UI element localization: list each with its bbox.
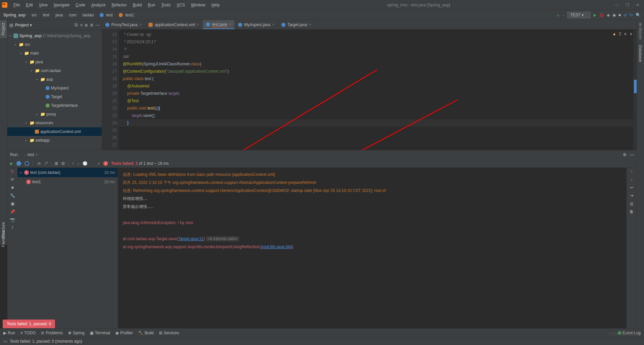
menu-run[interactable]: Run (145, 2, 158, 8)
menu-tools[interactable]: Tools (159, 2, 173, 8)
clear-icon[interactable]: 🗑 (630, 209, 634, 214)
soft-wrap-icon[interactable]: ↩ (630, 185, 633, 190)
tree-row[interactable]: ▾Spring_aop C:\Idea\Spring\Spring_aop (7, 31, 102, 40)
settings-icon[interactable]: ⚙ (90, 23, 94, 27)
stop-icon[interactable]: ■ (11, 185, 13, 190)
editor[interactable]: 12131415161718192021222324252627 * Creat… (102, 29, 637, 150)
collapse-all-icon[interactable]: ≣ (85, 23, 88, 27)
build-icon[interactable]: ↘ (556, 13, 559, 17)
editor-tab[interactable]: MyAspect.java× (235, 20, 278, 29)
tree-row[interactable]: ▾📁aop (7, 75, 102, 84)
menu-build[interactable]: Build (130, 2, 145, 8)
tree-row[interactable]: ▾📁java (7, 58, 102, 66)
tree-row[interactable]: MyAspect (7, 84, 102, 92)
maven-tool-tab[interactable]: m Maven (637, 20, 644, 42)
menu-vcs[interactable]: VCS (174, 2, 188, 8)
editor-tab[interactable]: applicationContext.xml× (145, 20, 203, 29)
show-ignored-icon[interactable] (24, 161, 29, 166)
bottom-tool-todo[interactable]: ≡TODO (20, 331, 36, 335)
collapse-icon[interactable]: ⊟ (61, 161, 65, 166)
tree-row[interactable]: ▾📁src (7, 40, 102, 49)
database-tool-tab[interactable]: Database (637, 42, 644, 65)
menu-analyze[interactable]: Analyze (89, 2, 108, 8)
menu-view[interactable]: View (36, 2, 50, 8)
menu-edit[interactable]: Edit (23, 2, 36, 8)
stop-icon[interactable]: ■ (619, 13, 621, 17)
close-icon[interactable]: ✕ (636, 3, 639, 7)
scroll-to-end-icon[interactable]: ⇥ (630, 193, 633, 198)
rerun-failed-icon[interactable]: ↻ (11, 169, 14, 174)
close-tab-icon[interactable]: × (272, 23, 274, 26)
tree-row[interactable]: ▾📁com.taotao (7, 66, 102, 75)
minimize-icon[interactable]: — (615, 3, 619, 7)
test-tree[interactable]: ▾! test (com.taotao)18 ms! test118 ms (17, 168, 118, 328)
breadcrumb-item[interactable]: taotao (83, 13, 94, 17)
tree-row[interactable]: applicationContext.xml (7, 127, 102, 136)
breadcrumb-item[interactable]: Spring_aop (3, 13, 25, 17)
export-icon[interactable]: ⤴ (11, 225, 13, 230)
hide-icon[interactable]: — (96, 23, 100, 27)
expand-all-icon[interactable]: ≡ (80, 23, 83, 27)
rerun-icon[interactable]: ▶ (10, 161, 13, 166)
breadcrumb-item[interactable]: com (69, 13, 76, 17)
status-icon[interactable]: ▭ (3, 339, 7, 344)
scroll-down-icon[interactable]: ↓ (631, 177, 633, 182)
bottom-tool-problems[interactable]: ⊘Problems (41, 331, 63, 335)
run-config-select[interactable]: TEST ▾ (567, 12, 591, 18)
menu-help[interactable]: Help (209, 2, 222, 8)
show-passed-icon[interactable] (16, 161, 21, 166)
layout-icon[interactable]: ▣ (11, 201, 14, 206)
sort-alpha-icon[interactable]: ↓ᴬ (44, 161, 48, 166)
test-result-popup[interactable]: Tests failed: 1, passed: 0 (3, 320, 55, 328)
favorites-tool-tab[interactable]: Favorites (0, 228, 7, 250)
editor-tab[interactable]: test.java× (203, 20, 235, 29)
project-tool-tab[interactable]: Project (0, 20, 7, 38)
project-panel-title[interactable]: Project ▾ (15, 23, 32, 27)
next-fail-icon[interactable]: ↓ (77, 161, 79, 166)
print-icon[interactable]: 🖨 (630, 201, 634, 206)
breadcrumb-item[interactable]: test (100, 13, 113, 17)
run-icon[interactable]: ▶ (593, 13, 596, 17)
editor-tab[interactable]: Target.java× (278, 20, 315, 29)
run-tab[interactable]: ⬩ test × (22, 152, 40, 158)
menu-refactor[interactable]: Refactor (109, 2, 129, 8)
menu-window[interactable]: Window (188, 2, 208, 8)
tree-row[interactable]: ▸📁proxy (7, 110, 102, 119)
bottom-tool-profiler[interactable]: ◉Profiler (115, 331, 133, 335)
menu-navigate[interactable]: Navigate (51, 2, 72, 8)
next-highlight-icon[interactable]: ∨ (630, 31, 633, 36)
test-tree-row[interactable]: ▾! test (com.taotao)18 ms (17, 168, 118, 177)
error-stripe-mark[interactable] (634, 80, 637, 93)
close-tab-icon[interactable]: × (140, 23, 142, 26)
test-console[interactable]: 信息: Loading XML bean definitions from cl… (118, 168, 627, 328)
breadcrumb-item[interactable]: test (43, 13, 49, 17)
bottom-tool-run[interactable]: ▶Run (3, 331, 15, 335)
search-icon[interactable]: 🔍 (636, 13, 641, 17)
update-icon[interactable]: ↻ (630, 13, 633, 17)
prev-highlight-icon[interactable]: ∧ (624, 31, 627, 36)
tree-row[interactable]: ▾📁resources (7, 119, 102, 127)
profile-icon[interactable]: ◉ (612, 13, 616, 17)
breadcrumb-item[interactable]: java (55, 13, 63, 17)
editor-inspection-status[interactable]: ▲ 2 ∧ ∨ (612, 31, 633, 36)
breadcrumb-item[interactable]: src (32, 13, 37, 17)
prev-fail-icon[interactable]: ↑ (72, 161, 74, 166)
close-tab-icon[interactable]: × (309, 23, 311, 26)
run-hide-icon[interactable]: — (630, 152, 634, 157)
tree-row[interactable]: Target (7, 92, 102, 101)
tree-row[interactable]: TargetInterface (7, 101, 102, 110)
run-settings-icon[interactable]: ⚙ (623, 152, 627, 157)
tree-row[interactable]: ▸📁webapp (7, 136, 102, 145)
select-opened-file-icon[interactable]: ⦿ (74, 23, 78, 27)
toggle-auto-icon[interactable]: ⟳ (11, 177, 14, 182)
bottom-tool-spring[interactable]: ❀Spring (68, 331, 85, 335)
bottom-tool-build[interactable]: 🔨Build (138, 331, 154, 335)
close-tab-icon[interactable]: × (229, 22, 231, 26)
sort-icon[interactable]: ↓≡ (36, 161, 41, 166)
maximize-icon[interactable]: ❐ (626, 3, 629, 7)
close-tab-icon[interactable]: × (197, 23, 199, 26)
bottom-tool-services[interactable]: ⊞Services (159, 331, 179, 335)
tree-row[interactable]: ▾📁main (7, 49, 102, 58)
coverage-icon[interactable]: ◈ (607, 13, 610, 17)
scroll-up-icon[interactable]: ↑ (631, 169, 633, 174)
